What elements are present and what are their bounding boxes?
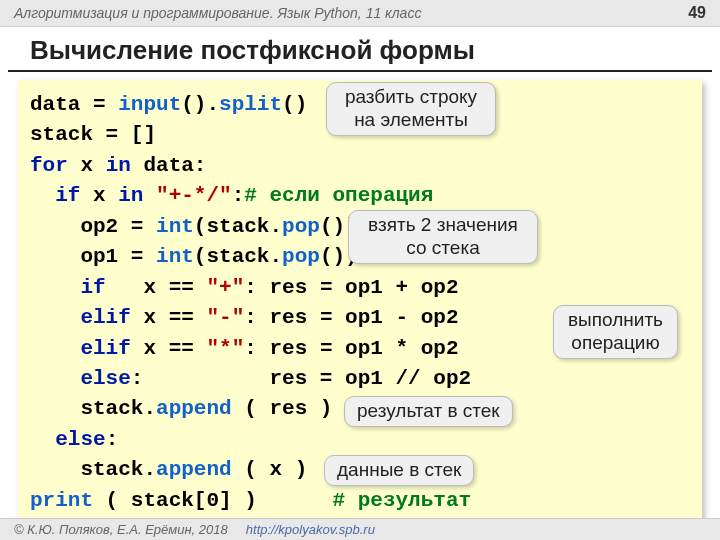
copyright: © К.Ю. Поляков, Е.А. Ерёмин, 2018 — [14, 522, 228, 537]
code-line-14: print ( stack[0] ) # результат — [30, 486, 690, 516]
code-line-4: if x in "+-*/":# если операция — [30, 181, 690, 211]
course-name: Алгоритмизация и программирование. Язык … — [14, 5, 421, 21]
slide-title: Вычисление постфиксной формы — [8, 27, 712, 72]
code-line-7: if x == "+": res = op1 + op2 — [30, 273, 690, 303]
callout-pop: взять 2 значения со стека — [348, 210, 538, 264]
page-number: 49 — [688, 4, 706, 22]
callout-split: разбить строку на элементы — [326, 82, 496, 136]
code-line-10: else: res = op1 // op2 — [30, 364, 690, 394]
code-block: data = input().split() stack = [] for x … — [18, 80, 702, 528]
callout-op: выполнить операцию — [553, 305, 678, 359]
code-line-3: for x in data: — [30, 151, 690, 181]
footer-url: http://kpolyakov.spb.ru — [246, 522, 375, 537]
callout-res-push: результат в стек — [344, 396, 513, 427]
slide-header: Алгоритмизация и программирование. Язык … — [0, 0, 720, 27]
slide-footer: © К.Ю. Поляков, Е.А. Ерёмин, 2018 http:/… — [0, 518, 720, 540]
callout-data-push: данные в стек — [324, 455, 474, 486]
code-line-12: else: — [30, 425, 690, 455]
